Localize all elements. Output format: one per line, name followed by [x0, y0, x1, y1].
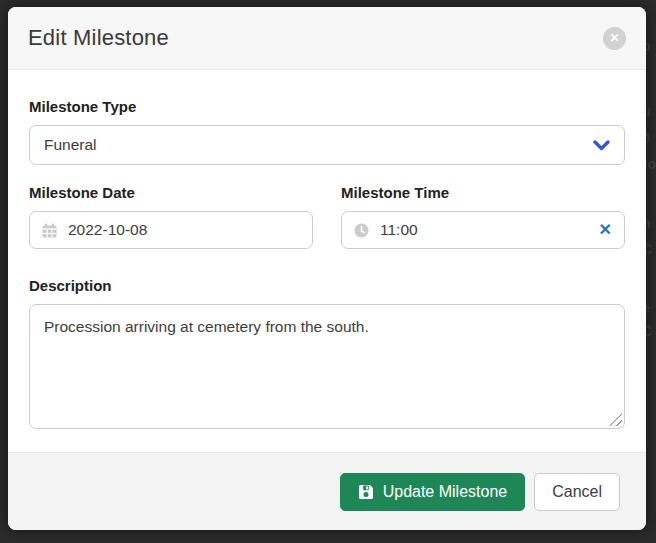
milestone-date-input[interactable]: 2022-10-08 [29, 211, 313, 249]
update-milestone-button[interactable]: Update Milestone [340, 473, 526, 511]
close-icon: ✕ [609, 32, 619, 44]
save-icon [358, 484, 374, 500]
dialog-header: Edit Milestone ✕ [8, 7, 646, 70]
clock-icon [354, 223, 369, 238]
milestone-type-label: Milestone Type [29, 98, 625, 116]
edit-milestone-dialog: Edit Milestone ✕ Milestone Type Funeral … [8, 7, 646, 530]
dialog-title: Edit Milestone [28, 25, 169, 51]
milestone-date-field: Milestone Date 2022-10-08 [29, 184, 313, 249]
milestone-time-field: Milestone Time 11:00 ✕ [341, 184, 625, 249]
milestone-date-value: 2022-10-08 [68, 221, 147, 239]
milestone-type-value: Funeral [44, 136, 97, 154]
description-textarea[interactable]: Procession arriving at cemetery from the… [29, 304, 625, 429]
dialog-footer: Update Milestone Cancel [8, 452, 646, 530]
close-button[interactable]: ✕ [603, 27, 626, 50]
cancel-button[interactable]: Cancel [534, 473, 620, 511]
calendar-icon [42, 223, 57, 238]
description-field: Procession arriving at cemetery from the… [29, 304, 625, 429]
milestone-type-select[interactable]: Funeral [29, 125, 625, 165]
chevron-down-icon [593, 140, 610, 151]
date-time-row: Milestone Date 2022-10-08 [29, 184, 625, 249]
dialog-body: Milestone Type Funeral Milestone Date [8, 70, 646, 452]
update-milestone-label: Update Milestone [383, 483, 508, 501]
description-label: Description [29, 277, 625, 295]
milestone-time-value: 11:00 [380, 221, 418, 239]
page-overlay: o u 0 ro n C e C Edit Milestone ✕ Milest… [0, 0, 656, 543]
clear-icon: ✕ [599, 221, 612, 238]
clear-time-button[interactable]: ✕ [599, 222, 612, 238]
cancel-label: Cancel [552, 483, 602, 501]
milestone-time-label: Milestone Time [341, 184, 625, 202]
milestone-date-label: Milestone Date [29, 184, 313, 202]
milestone-time-input[interactable]: 11:00 ✕ [341, 211, 625, 249]
